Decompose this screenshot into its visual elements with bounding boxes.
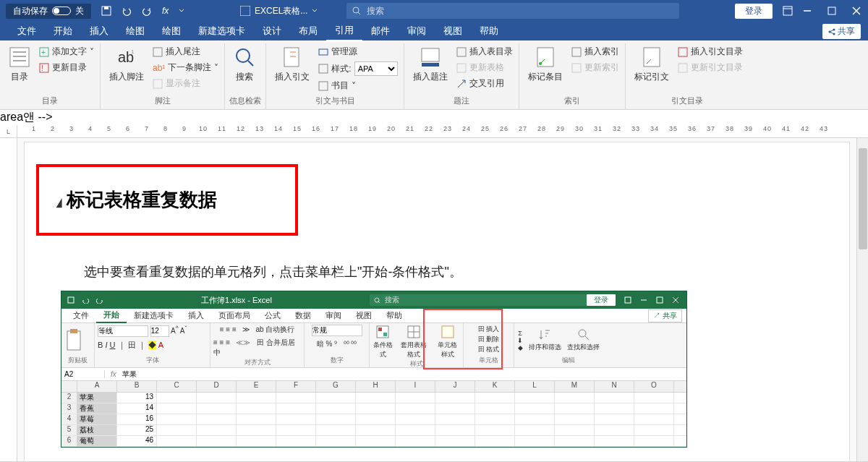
bibliography-button[interactable]: 书目 ˅ xyxy=(317,79,399,93)
tab-mail[interactable]: 邮件 xyxy=(362,22,399,40)
find-icon xyxy=(577,328,590,341)
insert-tof-button[interactable]: 插入表目录 xyxy=(455,45,514,59)
cell-style-icon xyxy=(441,325,455,339)
tab-draw2[interactable]: 绘图 xyxy=(153,22,190,40)
excel-number-format xyxy=(312,325,362,336)
style-select[interactable]: APA xyxy=(354,61,398,76)
insert-caption-button[interactable]: 插入题注 xyxy=(409,45,452,85)
ribbon-tabs: 文件 开始 插入 绘图 绘图 新建选项卡 设计 布局 引用 邮件 审阅 视图 帮… xyxy=(0,22,868,40)
svg-rect-54 xyxy=(378,328,382,331)
excel-share-button: ↗ 共享 xyxy=(648,309,682,322)
toggle-switch-icon xyxy=(52,7,71,15)
search-box[interactable] xyxy=(346,3,679,19)
mark-citation-button[interactable]: 标记引文 xyxy=(630,45,673,85)
collapse-marker-icon[interactable]: ◢ xyxy=(56,195,61,209)
svg-point-12 xyxy=(833,28,835,30)
save-icon[interactable] xyxy=(101,6,111,16)
tab-home[interactable]: 开始 xyxy=(45,22,81,40)
svg-point-11 xyxy=(829,30,831,33)
svg-rect-24 xyxy=(153,48,162,56)
close-icon[interactable] xyxy=(852,7,861,15)
ribbon-display-icon[interactable] xyxy=(783,6,793,16)
update-toc-button[interactable]: !更新目录 xyxy=(38,61,95,74)
tab-insert[interactable]: 插入 xyxy=(81,22,117,40)
tab-help[interactable]: 帮助 xyxy=(471,22,507,40)
insert-footnote-button[interactable]: ab1 插入脚注 xyxy=(105,45,148,85)
excel-font-name xyxy=(98,325,148,337)
svg-text:!: ! xyxy=(41,64,43,72)
update-tof-button: 更新表格 xyxy=(455,61,514,74)
fx-icon[interactable]: fx xyxy=(162,6,169,16)
excel-tab: 开始 xyxy=(96,308,127,323)
excel-undo-icon xyxy=(82,296,89,304)
vertical-scrollbar-thumb[interactable] xyxy=(859,148,867,249)
excel-title-bar: 工作簿1.xlsx - Excel 搜索 登录 xyxy=(61,291,686,309)
horizontal-ruler[interactable]: 1234567891011121314151617181920212223242… xyxy=(17,125,868,137)
group-label-citation: 引文与书目 xyxy=(271,95,399,108)
excel-redo-icon xyxy=(96,296,103,304)
update-toc-icon: ! xyxy=(39,63,49,73)
ruler-corner: L xyxy=(0,125,17,137)
ribbon-group-index: 标记条目 插入索引 更新索引 索引 xyxy=(519,43,626,109)
group-label-toc: 目录 xyxy=(4,95,95,108)
svg-point-13 xyxy=(833,33,835,35)
word-app-icon xyxy=(240,6,250,16)
svg-rect-8 xyxy=(828,7,835,14)
mark-entry-button[interactable]: 标记条目 xyxy=(524,45,567,85)
svg-rect-5 xyxy=(783,7,792,15)
excel-font-size xyxy=(150,325,169,337)
citation-style-selector[interactable]: 样式: APA xyxy=(317,61,399,77)
vertical-ruler[interactable] xyxy=(0,138,17,461)
tab-view[interactable]: 视图 xyxy=(435,22,471,40)
svg-rect-42 xyxy=(678,64,687,72)
svg-line-45 xyxy=(378,301,380,303)
document-title[interactable]: EXCEL表格... xyxy=(240,5,318,17)
tab-newtab[interactable]: 新建选项卡 xyxy=(190,22,254,40)
redo-icon[interactable] xyxy=(142,6,152,16)
insert-index-button[interactable]: 插入索引 xyxy=(570,45,621,59)
svg-line-61 xyxy=(585,336,589,340)
add-text-button[interactable]: +添加文字 ˅ xyxy=(38,45,95,59)
sources-icon xyxy=(318,47,328,57)
qat-dropdown-icon[interactable] xyxy=(179,6,184,16)
tof-icon xyxy=(456,47,467,57)
excel-tab: 新建选项卡 xyxy=(127,309,181,322)
tab-file[interactable]: 文件 xyxy=(9,22,45,40)
tab-review[interactable]: 审阅 xyxy=(399,22,435,40)
ribbon-group-toa: 标记引文 插入引文目录 更新引文目录 引文目录 xyxy=(626,43,749,109)
research-search-button[interactable]: 搜索 xyxy=(229,45,260,85)
insert-toa-button[interactable]: 插入引文目录 xyxy=(676,45,744,59)
svg-line-27 xyxy=(248,61,253,66)
cross-reference-button[interactable]: 交叉引用 xyxy=(455,77,514,90)
tab-design[interactable]: 设计 xyxy=(254,22,290,40)
tab-layout[interactable]: 布局 xyxy=(290,22,326,40)
document-scroll-area[interactable]: ◢标记表格重复数据 选中要查看重复数据的单元格列，点击菜单栏上"开始-条件格式"… xyxy=(17,138,856,461)
excel-tab: 视图 xyxy=(349,309,379,322)
svg-rect-35 xyxy=(457,64,466,72)
svg-text:1: 1 xyxy=(131,48,135,55)
tab-draw1[interactable]: 绘图 xyxy=(117,22,153,40)
undo-icon[interactable] xyxy=(122,6,132,16)
autosave-toggle[interactable]: 自动保存 关 xyxy=(6,4,91,19)
svg-rect-32 xyxy=(422,48,439,61)
svg-point-37 xyxy=(539,62,542,65)
toc-button[interactable]: 目录 xyxy=(4,45,35,85)
next-footnote-button[interactable]: ab¹ 下一条脚注 ˅ xyxy=(151,61,220,74)
tab-references[interactable]: 引用 xyxy=(326,21,362,42)
add-text-icon: + xyxy=(39,47,49,57)
login-button[interactable]: 登录 xyxy=(735,4,773,19)
insert-endnote-button[interactable]: 插入尾注 xyxy=(151,45,220,59)
ribbon-group-research: 搜索 信息检索 xyxy=(225,43,266,109)
autosave-state: 关 xyxy=(75,5,84,17)
minimize-icon[interactable] xyxy=(803,7,812,15)
cond-fmt-icon xyxy=(375,325,390,339)
manage-sources-button[interactable]: 管理源 xyxy=(317,45,399,59)
search-input[interactable] xyxy=(367,6,673,16)
svg-point-26 xyxy=(237,49,250,62)
svg-line-4 xyxy=(358,12,360,14)
biblio-icon xyxy=(318,81,328,91)
maximize-icon[interactable] xyxy=(827,7,836,15)
share-button[interactable]: 共享 xyxy=(822,24,861,39)
vertical-scrollbar[interactable] xyxy=(856,138,868,461)
insert-citation-button[interactable]: 插入引文 xyxy=(271,45,314,85)
